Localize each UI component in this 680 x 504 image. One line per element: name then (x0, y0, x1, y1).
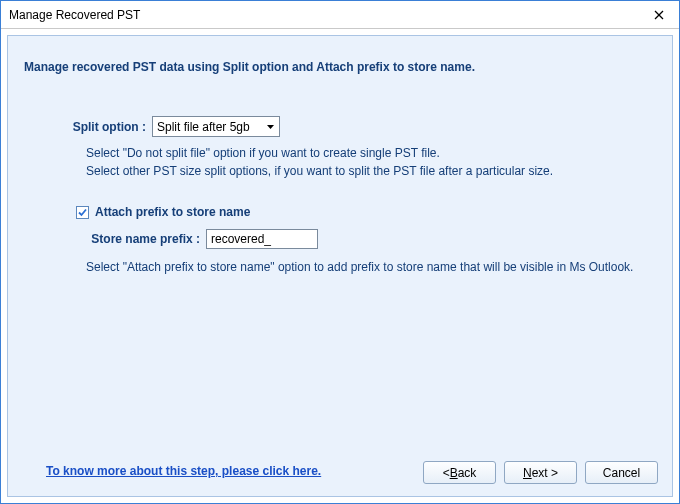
next-button-u: N (523, 466, 532, 480)
cancel-button-label: Cancel (603, 466, 640, 480)
split-help-1: Select "Do not split file" option if you… (86, 145, 648, 161)
prefix-help: Select "Attach prefix to store name" opt… (86, 259, 648, 275)
next-button[interactable]: Next > (504, 461, 577, 484)
close-button[interactable] (639, 1, 679, 28)
wizard-button-row: < Back Next > Cancel (423, 461, 658, 484)
wizard-panel: Manage recovered PST data using Split op… (7, 35, 673, 497)
svg-marker-2 (267, 125, 274, 129)
dialog-window: Manage Recovered PST Manage recovered PS… (0, 0, 680, 504)
close-icon (654, 10, 664, 20)
back-button[interactable]: < Back (423, 461, 496, 484)
prefix-checkbox-row: Attach prefix to store name (76, 205, 648, 219)
page-heading: Manage recovered PST data using Split op… (8, 36, 672, 78)
back-button-u: B (450, 466, 458, 480)
split-help-2: Select other PST size split options, if … (86, 163, 648, 179)
split-option-row: Split option : Split file after 5gb (32, 116, 648, 137)
content-area: Split option : Split file after 5gb Sele… (8, 116, 672, 275)
learn-more-link[interactable]: To know more about this step, please cli… (46, 464, 321, 478)
split-option-value: Split file after 5gb (153, 120, 262, 134)
back-button-post: ack (458, 466, 477, 480)
prefix-checkbox-label: Attach prefix to store name (95, 205, 250, 219)
footer-link-container: To know more about this step, please cli… (46, 464, 321, 478)
window-title: Manage Recovered PST (9, 8, 639, 22)
next-button-post: ext > (532, 466, 558, 480)
back-button-pre: < (443, 466, 450, 480)
cancel-button[interactable]: Cancel (585, 461, 658, 484)
store-prefix-row: Store name prefix : (32, 229, 648, 249)
prefix-checkbox[interactable] (76, 206, 89, 219)
check-icon (77, 207, 88, 218)
store-prefix-input[interactable] (206, 229, 318, 249)
split-option-dropdown[interactable]: Split file after 5gb (152, 116, 280, 137)
store-prefix-label: Store name prefix : (32, 232, 206, 246)
split-option-label: Split option : (32, 120, 152, 134)
titlebar: Manage Recovered PST (1, 1, 679, 29)
chevron-down-icon (262, 117, 279, 136)
